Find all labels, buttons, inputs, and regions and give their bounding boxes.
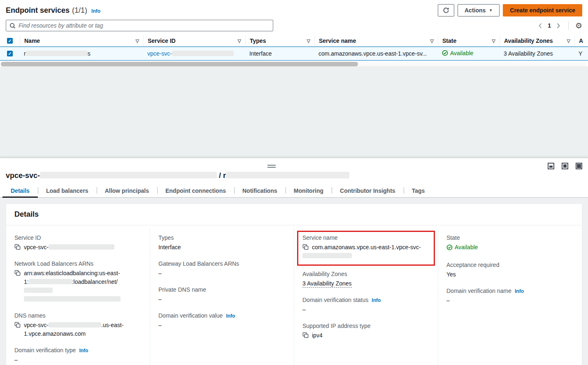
field-state: State Available <box>446 234 574 253</box>
info-link[interactable]: Info <box>226 313 235 319</box>
service-id-link[interactable]: vpce-svc- <box>147 50 234 57</box>
table-toolbar: 1 ⚙ <box>0 19 588 35</box>
redacted-text <box>24 288 53 293</box>
redacted-text <box>226 172 349 178</box>
panel-size-controls <box>548 163 582 169</box>
refresh-button[interactable] <box>438 4 454 16</box>
tab-tags[interactable]: Tags <box>404 184 433 197</box>
redacted-text <box>40 172 217 178</box>
search-icon <box>9 23 16 29</box>
endpoint-services-section: Endpoint services (1/1) Info Actions ▼ C… <box>0 0 588 66</box>
cell-acceptance: Y <box>574 50 588 57</box>
search-input[interactable] <box>19 22 270 29</box>
sort-icon[interactable]: ▽ <box>567 38 570 44</box>
sort-icon[interactable]: ▽ <box>136 38 139 44</box>
field-value: ipv4 <box>312 331 323 340</box>
redacted-text <box>172 51 234 56</box>
redacted-text <box>302 253 352 258</box>
column-header-availability-zones[interactable]: Availability Zones ▽ <box>500 35 574 46</box>
details-card: Details Service ID vpce-svc- N <box>6 204 582 365</box>
field-value: – <box>158 269 286 278</box>
field-value: Yes <box>446 270 574 279</box>
field-glb-arns: Gateway Load Balancers ARNs – <box>158 260 286 278</box>
settings-gear-icon[interactable]: ⚙ <box>575 22 582 30</box>
select-all-cell: ✓ <box>0 35 20 46</box>
availability-zones-popover[interactable]: 3 Availability Zones <box>504 50 553 57</box>
field-label: State <box>446 234 574 241</box>
field-label: Acceptance required <box>446 262 574 268</box>
sort-icon[interactable]: ▽ <box>238 38 241 44</box>
field-availability-zones: Availability Zones 3 Availability Zones <box>302 271 430 288</box>
actions-button-label: Actions <box>465 7 486 14</box>
sort-icon[interactable]: ▽ <box>307 38 310 44</box>
previous-page-button[interactable] <box>537 22 544 29</box>
pagination: 1 ⚙ <box>537 21 582 30</box>
field-private-dns-name: Private DNS name – <box>158 286 286 304</box>
column-header-name[interactable]: Name ▽ <box>20 35 143 46</box>
page-header: Endpoint services (1/1) Info Actions ▼ C… <box>0 0 588 19</box>
column-header-service-name[interactable]: Service name ▽ <box>314 35 438 46</box>
field-label: DNS names <box>14 312 142 319</box>
panel-size-medium-button[interactable] <box>562 163 568 169</box>
field-nlb-arns: Network Load Balancers ARNs arn:aws:elas… <box>14 260 142 304</box>
column-label: Service name <box>319 37 356 44</box>
copy-icon[interactable] <box>302 244 309 250</box>
tab-notifications[interactable]: Notifications <box>234 184 286 197</box>
field-label: Supported IP address type <box>302 323 430 329</box>
copy-icon[interactable] <box>14 244 21 250</box>
field-service-name: Service name com.amazonaws.vpce.us-east-… <box>302 234 430 260</box>
column-label: Availability Zones <box>504 37 553 44</box>
column-header-acceptance[interactable]: A <box>574 35 588 46</box>
info-link[interactable]: Info <box>515 288 524 294</box>
redacted-text <box>24 296 121 302</box>
availability-zones-popover[interactable]: 3 Availability Zones <box>302 280 352 288</box>
tab-allow-principals[interactable]: Allow principals <box>97 184 157 197</box>
field-label: Domain verification typeInfo <box>14 347 142 353</box>
info-link[interactable]: Info <box>372 297 381 303</box>
dns-name-value: vpce-svc-.us-east-1.vpce.amazonaws.com <box>24 321 142 338</box>
column-header-state[interactable]: State ▽ <box>438 35 500 46</box>
scrollbar-thumb[interactable] <box>1 62 358 66</box>
info-link[interactable]: Info <box>91 8 100 14</box>
sort-icon[interactable]: ▽ <box>430 38 434 44</box>
sort-icon[interactable]: ▽ <box>492 38 495 44</box>
create-endpoint-service-button[interactable]: Create endpoint service <box>503 4 582 16</box>
current-page-number[interactable]: 1 <box>548 22 551 29</box>
select-all-checkbox[interactable]: ✓ <box>7 38 13 44</box>
name-text: s <box>88 50 91 57</box>
field-value: – <box>158 321 286 330</box>
panel-drag-handle[interactable] <box>267 165 276 168</box>
copy-icon[interactable] <box>14 270 21 276</box>
panel-size-large-button[interactable] <box>576 163 582 169</box>
column-label: Name <box>24 37 40 44</box>
field-label: Domain verification valueInfo <box>158 312 286 319</box>
info-link[interactable]: Info <box>79 348 88 353</box>
field-label: Types <box>158 234 286 241</box>
table-row[interactable]: ✓ rs vpce-svc- Interface com.amazonaws.v… <box>0 47 588 61</box>
copy-icon[interactable] <box>14 322 21 328</box>
field-label: Service ID <box>14 234 142 241</box>
tab-details[interactable]: Details <box>2 184 38 197</box>
field-value: – <box>302 305 430 314</box>
row-checkbox[interactable]: ✓ <box>7 51 13 56</box>
redacted-text <box>49 244 114 250</box>
field-value: – <box>158 295 286 304</box>
copy-icon[interactable] <box>302 332 309 338</box>
tab-contributor-insights[interactable]: Contributor Insights <box>332 184 404 197</box>
field-domain-verification-type: Domain verification typeInfo – <box>14 347 142 364</box>
field-types: Types Interface <box>158 234 286 252</box>
horizontal-scrollbar[interactable] <box>1 62 587 66</box>
field-label: Gateway Load Balancers ARNs <box>158 260 286 267</box>
column-header-service-id[interactable]: Service ID ▽ <box>143 35 245 46</box>
details-card-heading: Details <box>6 204 582 225</box>
actions-button[interactable]: Actions ▼ <box>458 4 500 16</box>
panel-size-small-button[interactable] <box>548 163 554 169</box>
tab-endpoint-connections[interactable]: Endpoint connections <box>157 184 234 197</box>
search-box[interactable] <box>6 20 273 31</box>
tab-load-balancers[interactable]: Load balancers <box>38 184 97 197</box>
empty-background <box>0 66 588 157</box>
column-header-types[interactable]: Types ▽ <box>245 35 314 46</box>
next-page-button[interactable] <box>555 22 562 29</box>
field-domain-verification-name: Domain verification nameInfo – <box>446 288 574 305</box>
tab-monitoring[interactable]: Monitoring <box>286 184 332 197</box>
